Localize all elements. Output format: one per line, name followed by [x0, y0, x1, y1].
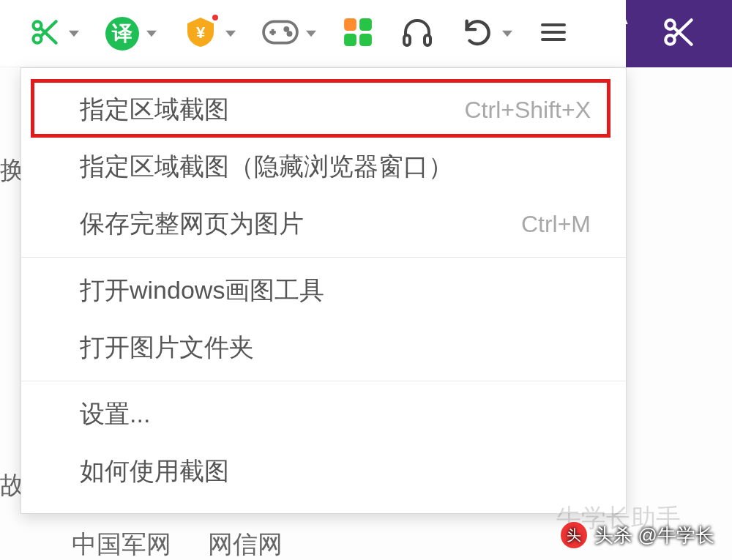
menu-item-label: 指定区域截图: [80, 93, 229, 127]
translate-tool-button[interactable]: 译: [105, 17, 157, 51]
wallet-tool-button[interactable]: ¥: [183, 15, 236, 53]
audio-tool-button[interactable]: [400, 15, 435, 53]
grid-apps-icon: [343, 17, 373, 51]
background-link[interactable]: 网信网: [208, 528, 283, 560]
scissors-icon: [661, 14, 698, 53]
partial-letter: A: [605, 0, 628, 32]
scissors-icon: [29, 16, 61, 51]
background-link[interactable]: 中国军网: [72, 528, 171, 560]
chevron-down-icon: [69, 29, 79, 39]
menu-separator: [21, 381, 626, 381]
chevron-down-icon: [502, 29, 512, 39]
svg-rect-14: [404, 35, 410, 45]
svg-rect-10: [344, 18, 356, 31]
undo-tool-button[interactable]: [461, 15, 512, 52]
menu-item-open-paint[interactable]: 打开windows画图工具: [21, 262, 626, 319]
apps-tool-button[interactable]: [343, 17, 373, 51]
chevron-down-icon: [225, 29, 236, 39]
svg-point-8: [285, 27, 288, 30]
game-tool-button[interactable]: [262, 18, 316, 50]
chevron-down-icon: [306, 29, 316, 39]
wallet-icon: ¥: [183, 15, 218, 53]
menu-item-open-folder[interactable]: 打开图片文件夹: [21, 319, 626, 376]
undo-icon: [461, 15, 495, 52]
chevron-down-icon: [146, 29, 157, 39]
menu-item-capture-region-hidden[interactable]: 指定区域截图（隐藏浏览器窗口）: [21, 138, 626, 195]
menu-item-label: 保存完整网页为图片: [80, 207, 304, 241]
menu-item-label: 打开windows画图工具: [80, 274, 324, 307]
svg-rect-13: [359, 34, 372, 46]
svg-rect-11: [359, 18, 372, 31]
menu-separator: [21, 257, 626, 258]
menu-item-label: 设置...: [80, 397, 150, 431]
menu-tool-button[interactable]: [539, 18, 568, 50]
menu-item-save-fullpage[interactable]: 保存完整网页为图片 Ctrl+M: [21, 195, 626, 253]
svg-rect-15: [425, 35, 430, 45]
headphones-icon: [400, 15, 435, 53]
svg-rect-12: [344, 34, 356, 46]
menu-item-label: 如何使用截图: [80, 455, 229, 488]
menu-item-label: 指定区域截图（隐藏浏览器窗口）: [80, 150, 453, 184]
browser-toolbar: 译 ¥: [0, 0, 732, 67]
screenshot-tool-button[interactable]: [29, 16, 79, 51]
menu-item-capture-region[interactable]: 指定区域截图 Ctrl+Shift+X: [21, 81, 626, 138]
hamburger-icon: [539, 18, 568, 50]
menu-item-shortcut: Ctrl+M: [521, 211, 591, 238]
menu-item-shortcut: Ctrl+Shift+X: [464, 97, 591, 124]
translate-icon: 译: [105, 17, 139, 51]
menu-item-help[interactable]: 如何使用截图: [21, 443, 626, 500]
gamepad-icon: [262, 18, 299, 50]
watermark-prefix: 头杀: [594, 523, 632, 548]
menu-item-label: 打开图片文件夹: [80, 331, 254, 365]
screenshot-dropdown-menu: 指定区域截图 Ctrl+Shift+X 指定区域截图（隐藏浏览器窗口） 保存完整…: [20, 67, 627, 514]
author-watermark: 头 头杀 @牛学长: [561, 522, 714, 548]
menu-item-settings[interactable]: 设置...: [21, 386, 626, 443]
watermark-author: @牛学长: [638, 523, 714, 548]
adjacent-window-fragment: A: [626, 0, 732, 67]
watermark-badge-icon: 头: [561, 522, 587, 548]
svg-rect-5: [264, 21, 297, 42]
svg-point-9: [288, 32, 291, 35]
svg-text:¥: ¥: [196, 23, 206, 42]
